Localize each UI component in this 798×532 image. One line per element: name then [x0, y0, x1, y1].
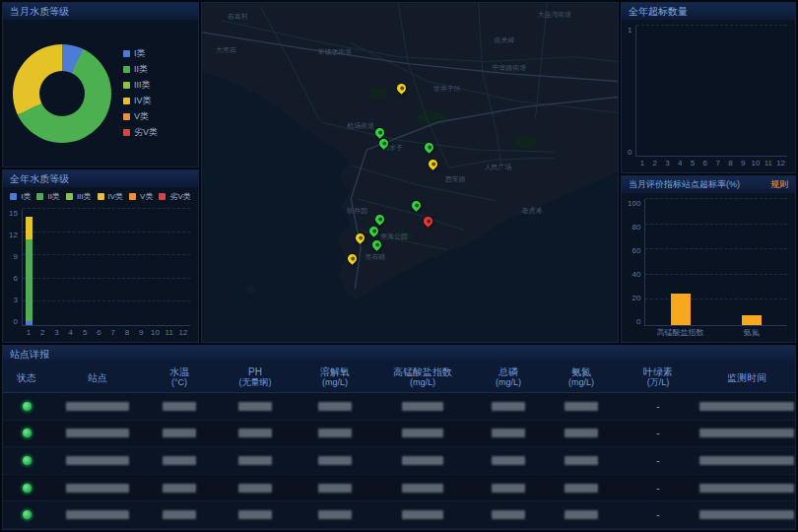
grid-line — [23, 254, 190, 255]
masked-value — [163, 510, 196, 519]
masked-value — [402, 510, 443, 519]
masked-value — [492, 456, 525, 465]
table-row-3[interactable]: - — [3, 447, 795, 475]
column-header-status: 状态 — [3, 372, 50, 383]
panel-header: 站点详报 — [3, 346, 795, 363]
legend-item-II类[interactable]: II类 — [36, 191, 59, 202]
cell-codmn — [373, 510, 472, 519]
rate-bar-氨氮[interactable] — [742, 315, 762, 325]
cell-nh3n — [545, 484, 618, 493]
map-pin-6[interactable] — [410, 199, 423, 212]
donut-chart-wrap: I类II类III类IV类V类劣V类 — [3, 20, 198, 166]
legend-swatch — [129, 193, 136, 200]
dashboard: 当月水质等级 I类II类III类IV类V类劣V类 全年水质等级 I类II类III… — [0, 0, 798, 532]
rules-link[interactable]: 规则 — [770, 176, 788, 193]
masked-value — [238, 456, 272, 465]
map-pin-1[interactable] — [395, 82, 408, 95]
legend-swatch — [159, 193, 166, 200]
right-column: 全年超标数量 10123456789101112 当月评价指标站点超标率(%) … — [621, 2, 796, 343]
map-pin-9[interactable] — [367, 225, 380, 237]
grid-line — [23, 300, 190, 301]
legend-item-劣V类[interactable]: 劣V类 — [159, 191, 190, 202]
table-row-1[interactable]: - — [3, 393, 795, 421]
map-pin-5[interactable] — [427, 158, 439, 170]
grid-line — [645, 224, 787, 225]
panel-header: 全年水质等级 — [3, 170, 198, 187]
rate-bar-高锰酸盐指数[interactable] — [671, 294, 691, 325]
map-pin-7[interactable] — [422, 215, 434, 228]
cell-tp — [472, 402, 545, 411]
panel-year-quality: 全年水质等级 I类II类III类IV类V类劣V类 151296301234567… — [2, 169, 199, 343]
cell-station — [50, 456, 145, 465]
map-pin-12[interactable] — [346, 252, 359, 265]
legend-label: IV类 — [108, 191, 124, 202]
legend-label: IV类 — [134, 95, 152, 107]
masked-value — [402, 456, 443, 465]
cell-station — [50, 510, 145, 519]
cell-chla: - — [618, 509, 698, 520]
panel-month-rate: 当月评价指标站点超标率(%) 规则 100806040200高锰酸盐指数氨氮 — [621, 175, 796, 343]
cell-nh3n — [545, 402, 618, 411]
map[interactable]: 石葛村大黑石革镇堡街道南关岭大连湾街道甘井子区机场街道中华路街道周水子西安路人民… — [201, 2, 619, 343]
column-header-ph: PH(无量纲) — [214, 366, 297, 388]
grid-line — [645, 248, 787, 249]
masked-value — [699, 510, 794, 519]
map-pin-2[interactable] — [373, 126, 386, 139]
legend-item-III类[interactable]: III类 — [66, 191, 92, 202]
legend-label: V类 — [140, 191, 153, 202]
legend-item-IV类[interactable]: IV类 — [98, 191, 124, 202]
cell-station — [50, 402, 145, 411]
status-indicator — [22, 428, 33, 438]
masked-value — [318, 429, 352, 437]
legend-swatch — [123, 98, 130, 104]
panel-title: 当月评价指标站点超标率(%) — [629, 176, 740, 193]
column-header-temp: 水温(°C) — [145, 366, 214, 388]
map-pin-4[interactable] — [423, 141, 435, 154]
column-header-nh3n: 氨氮(mg/L) — [545, 366, 618, 388]
cell-codmn — [373, 484, 472, 493]
cell-temp — [145, 510, 214, 519]
legend-item-劣V类[interactable]: 劣V类 — [123, 126, 158, 139]
stacked-bar-I类[interactable] — [26, 321, 33, 325]
year-quality-chart: 15129630123456789101112 — [3, 203, 198, 342]
masked-value — [565, 484, 598, 493]
cell-status — [3, 509, 50, 520]
plot-area — [22, 209, 190, 326]
masked-value — [699, 402, 794, 411]
cell-time — [698, 429, 795, 437]
cell-status — [3, 428, 50, 438]
panel-year-exceed: 全年超标数量 10123456789101112 — [621, 2, 796, 173]
legend-swatch — [123, 82, 130, 89]
cell-temp — [145, 456, 214, 465]
masked-value — [318, 456, 352, 465]
legend-item-II类[interactable]: II类 — [123, 63, 158, 76]
cell-do — [297, 402, 373, 411]
map-pin-3[interactable] — [377, 137, 390, 150]
x-axis: 123456789101112 — [635, 157, 787, 170]
legend-item-V类[interactable]: V类 — [123, 110, 158, 123]
cell-station — [50, 429, 145, 437]
masked-value — [699, 456, 794, 465]
map-pin-8[interactable] — [373, 213, 386, 226]
masked-value — [163, 456, 196, 465]
panel-body: 100806040200高锰酸盐指数氨氮 — [622, 193, 795, 342]
cell-nh3n — [545, 456, 618, 465]
stacked-bar-II类[interactable] — [26, 239, 33, 321]
legend-item-IV类[interactable]: IV类 — [123, 95, 158, 107]
cell-temp — [145, 484, 214, 493]
legend-item-I类[interactable]: I类 — [123, 47, 158, 60]
map-pin-10[interactable] — [354, 232, 366, 244]
plot-area — [644, 199, 787, 326]
legend-item-I类[interactable]: I类 — [10, 191, 31, 202]
table-row-2[interactable]: - — [3, 421, 795, 448]
table-row-5[interactable]: - — [3, 501, 795, 529]
panel-body: 10123456789101112 — [622, 20, 795, 172]
map-pin-11[interactable] — [370, 238, 383, 251]
masked-value — [66, 456, 129, 465]
masked-value — [565, 456, 598, 465]
stacked-bar-IV类[interactable] — [26, 217, 33, 240]
legend-item-III类[interactable]: III类 — [123, 79, 158, 92]
table-row-4[interactable]: - — [3, 475, 795, 502]
legend-label: II类 — [134, 63, 148, 76]
legend-item-V类[interactable]: V类 — [129, 191, 153, 202]
